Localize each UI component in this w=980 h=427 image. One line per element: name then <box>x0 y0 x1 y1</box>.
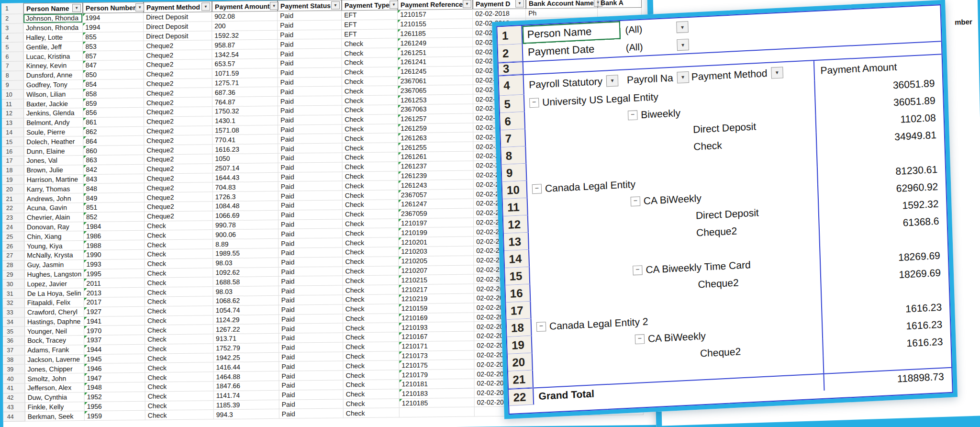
cell-payment-method[interactable]: Cheque2 <box>144 50 212 60</box>
row-number[interactable]: 1 <box>1 3 23 14</box>
cell-payment-status[interactable]: Paid <box>278 96 342 106</box>
cell-payment-type[interactable]: Check <box>343 276 399 286</box>
cell-payment-reference[interactable]: 1261247 <box>399 199 474 209</box>
cell-payment-amount[interactable]: 1054.74 <box>213 305 279 315</box>
cell-payment-type[interactable]: Check <box>342 48 398 58</box>
cell-payment-amount[interactable]: 687.36 <box>212 87 278 97</box>
cell-person-name[interactable]: Duw, Cynthia <box>25 393 85 403</box>
collapse-button[interactable]: − <box>536 322 546 332</box>
cell-person-number[interactable]: 1990 <box>84 250 145 260</box>
cell-payment-reference[interactable]: 2367059 <box>399 208 474 218</box>
cell-person-number[interactable]: 842 <box>84 165 145 175</box>
row-number[interactable]: 3 <box>1 23 23 33</box>
cell-payment-status[interactable]: Paid <box>278 20 342 30</box>
filter-dropdown-icon[interactable]: ▼ <box>676 21 689 33</box>
row-number[interactable]: 8 <box>2 71 24 80</box>
cell-payment-type[interactable]: Check <box>343 190 399 200</box>
cell-payment-amount[interactable]: 913.71 <box>213 334 279 344</box>
cell-payment-status[interactable]: Paid <box>279 371 343 381</box>
cell-payment-status[interactable]: Paid <box>278 39 342 49</box>
row-number[interactable]: 39 <box>3 365 25 374</box>
row-number[interactable]: 3 <box>499 62 524 76</box>
cell-person-name[interactable]: Karry, Thomas <box>24 184 84 194</box>
row-number[interactable]: 11 <box>2 100 24 109</box>
cell-payment-amount[interactable]: 1141.74 <box>214 391 279 401</box>
cell-person-name[interactable]: Baxter, Jackie <box>24 99 83 109</box>
row-number[interactable]: 21 <box>508 371 534 389</box>
cell-payment-reference[interactable]: 1261261 <box>398 152 473 162</box>
cell-payment-method[interactable]: Check <box>145 410 214 420</box>
cell-payment-amount[interactable]: 1071.59 <box>212 68 278 79</box>
row-number[interactable]: 37 <box>3 346 25 355</box>
cell-payment-status[interactable]: Paid <box>279 295 343 305</box>
cell-person-name[interactable]: Berkman, Seek <box>25 412 85 422</box>
cell-payment-method[interactable]: Cheque2 <box>144 79 212 89</box>
cell-payment-status[interactable]: Paid <box>278 105 342 115</box>
cell-person-name[interactable]: Jones, Val <box>24 156 83 166</box>
filter-dropdown-icon[interactable]: ▼ <box>606 75 619 87</box>
row-number[interactable]: 2 <box>1 14 23 23</box>
row-number[interactable]: 21 <box>2 194 24 204</box>
cell-payment-status[interactable]: Paid <box>279 342 343 352</box>
collapse-button[interactable]: − <box>529 98 539 108</box>
cell-payment-type[interactable]: Check <box>343 361 399 371</box>
cell-payment-amount[interactable]: 1124.29 <box>213 315 279 325</box>
cell-payment-method[interactable]: Check <box>145 315 213 326</box>
cell-payment-amount[interactable]: 1050 <box>212 154 278 164</box>
cell-payment-amount[interactable]: 1464.88 <box>213 371 279 382</box>
cell-payment-amount[interactable]: 764.87 <box>212 97 278 107</box>
cell-payment-method[interactable]: Check <box>145 278 213 288</box>
cell-payment-date[interactable]: 02-02-2018 <box>473 9 526 19</box>
cell-payment-reference[interactable]: 1210205 <box>399 256 474 266</box>
cell-payment-type[interactable]: Check <box>342 114 398 124</box>
cell-payment-method[interactable]: Direct Deposit <box>144 22 212 32</box>
cell-person-number[interactable]: 864 <box>83 136 144 146</box>
cell-payment-type[interactable]: Check <box>342 95 398 105</box>
cell-person-number[interactable]: 857 <box>83 51 144 61</box>
cell-person-name[interactable]: Kinney, Kevin <box>24 61 83 71</box>
row-number[interactable]: 15 <box>505 267 530 286</box>
cell-person-number[interactable]: 1927 <box>84 306 145 316</box>
cell-payment-type[interactable]: Check <box>343 257 399 267</box>
cell-person-name[interactable]: Halley, Lotte <box>23 33 83 43</box>
cell-payment-type[interactable]: Check <box>343 285 399 295</box>
cell-payment-method[interactable]: Check <box>145 372 213 382</box>
cell-payment-reference[interactable]: 1210157 <box>398 10 473 20</box>
cell-payment-status[interactable]: Paid <box>278 229 343 239</box>
cell-person-name[interactable]: Smoltz, John <box>25 373 84 383</box>
cell-person-number[interactable]: 1993 <box>84 259 145 270</box>
filter-dropdown-icon[interactable]: ▼ <box>331 1 340 10</box>
cell-person-number[interactable]: 1984 <box>84 221 145 231</box>
cell-person-name[interactable]: Donovan, Ray <box>24 222 84 232</box>
filter-dropdown-icon[interactable]: ▼ <box>270 2 278 10</box>
cell-payment-type[interactable]: Check <box>343 228 399 238</box>
filter-dropdown-icon[interactable]: ▼ <box>135 3 144 11</box>
cell-payment-method[interactable]: Check <box>145 325 213 335</box>
cell-payment-type[interactable]: Check <box>343 342 399 352</box>
row-number[interactable]: 4 <box>1 33 23 43</box>
cell-person-name[interactable]: Younger, Neil <box>25 326 84 336</box>
cell-payment-amount[interactable]: 704.83 <box>213 182 278 192</box>
row-number[interactable]: 22 <box>2 203 24 213</box>
cell-person-name[interactable]: Lopez, Javier <box>25 279 84 289</box>
cell-payment-reference[interactable]: 1210159 <box>399 303 474 313</box>
cell-payment-method[interactable]: Check <box>145 382 213 392</box>
cell-payment-reference[interactable]: 2367063 <box>398 104 473 114</box>
cell-payment-method[interactable]: Cheque2 <box>144 69 212 79</box>
cell-person-name[interactable]: Dunn, Elaine <box>24 146 83 156</box>
cell-person-number[interactable]: 1948 <box>85 382 145 393</box>
cell-payment-type[interactable]: Check <box>343 323 399 333</box>
cell-person-name[interactable]: Godfrey, Tony <box>24 80 83 90</box>
row-number[interactable]: 6 <box>500 112 525 131</box>
row-number[interactable]: 40 <box>3 374 25 384</box>
cell-payment-reference[interactable]: 2367057 <box>399 190 474 200</box>
cell-person-name[interactable]: Jefferson, Alex <box>25 383 85 393</box>
row-number[interactable]: 44 <box>3 412 25 422</box>
cell-payment-type[interactable]: Check <box>343 266 399 276</box>
cell-payment-amount[interactable]: 1275.71 <box>212 78 278 88</box>
cell-payment-reference[interactable]: 1210183 <box>400 388 475 398</box>
row-number[interactable]: 33 <box>3 308 25 317</box>
cell-payment-reference[interactable]: 1210185 <box>400 398 475 408</box>
cell-payment-method[interactable]: Cheque2 <box>144 41 212 51</box>
collapse-button[interactable]: − <box>532 184 542 194</box>
